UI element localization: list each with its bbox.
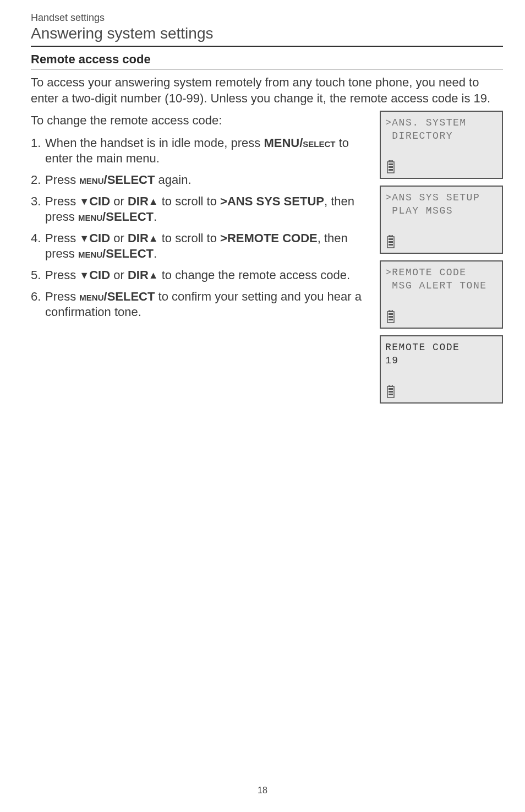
cid-label: CID bbox=[89, 194, 110, 208]
step-text: . bbox=[154, 247, 157, 260]
step-text: Press bbox=[45, 231, 79, 245]
step-text: or bbox=[110, 268, 128, 282]
lead-paragraph: To change the remote access code: bbox=[31, 113, 368, 129]
step-5: 5. Press ▼CID or DIR▲ to change the remo… bbox=[31, 268, 368, 284]
up-triangle-icon: ▲ bbox=[149, 270, 158, 281]
lcd-screen-3: >REMOTE CODE MSG ALERT TONE bbox=[380, 260, 503, 329]
step-text: Press bbox=[45, 173, 79, 187]
svg-rect-7 bbox=[389, 238, 393, 240]
content-row: To change the remote access code: 1. Whe… bbox=[31, 113, 503, 410]
step-number: 4. bbox=[31, 231, 41, 247]
battery-icon bbox=[386, 160, 395, 173]
lcd-line: DIRECTORY bbox=[385, 129, 497, 143]
battery-icon bbox=[386, 235, 395, 248]
dir-label: DIR bbox=[128, 231, 149, 245]
lcd-line: >REMOTE CODE bbox=[385, 266, 497, 279]
step-1: 1. When the handset is in idle mode, pre… bbox=[31, 135, 368, 167]
cid-label: CID bbox=[89, 268, 110, 282]
svg-rect-18 bbox=[389, 391, 393, 393]
menu-label: menu bbox=[79, 290, 103, 303]
lcd-line: 19 bbox=[385, 354, 497, 367]
lcd-line: >ANS SYS SETUP bbox=[385, 191, 497, 204]
lcd-line: REMOTE CODE bbox=[385, 341, 497, 354]
step-number: 3. bbox=[31, 194, 41, 210]
step-3: 3. Press ▼CID or DIR▲ to scroll to >ANS … bbox=[31, 194, 368, 225]
svg-rect-9 bbox=[389, 244, 393, 246]
step-text: Press bbox=[45, 194, 79, 208]
step-text: to scroll to bbox=[158, 194, 220, 208]
page-number: 18 bbox=[0, 786, 525, 795]
step-4: 4. Press ▼CID or DIR▲ to scroll to >REMO… bbox=[31, 231, 368, 262]
lcd-line: PLAY MSGS bbox=[385, 204, 497, 217]
step-text: . bbox=[154, 210, 157, 224]
steps-list: 1. When the handset is in idle mode, pre… bbox=[31, 135, 368, 320]
step-6: 6. Press menu/SELECT to confirm your set… bbox=[31, 289, 368, 320]
menu-label: menu bbox=[78, 247, 102, 260]
svg-rect-14 bbox=[389, 319, 393, 320]
step-number: 5. bbox=[31, 268, 41, 284]
header-small: Handset settings bbox=[31, 12, 503, 24]
select-label: /SELECT bbox=[102, 210, 154, 224]
intro-paragraph: To access your answering system remotely… bbox=[31, 75, 503, 106]
screens-column: >ANS. SYSTEM DIRECTORY >ANS SYS SETUP PL… bbox=[380, 111, 503, 410]
header-large: Answering system settings bbox=[31, 25, 503, 42]
select-label: select bbox=[303, 136, 335, 150]
svg-rect-19 bbox=[389, 394, 393, 395]
step-text: or bbox=[110, 231, 128, 245]
dir-label: DIR bbox=[128, 268, 149, 282]
select-label: /SELECT bbox=[102, 247, 154, 260]
down-triangle-icon: ▼ bbox=[79, 233, 89, 244]
svg-rect-12 bbox=[389, 313, 393, 315]
lcd-screen-2: >ANS SYS SETUP PLAY MSGS bbox=[380, 186, 503, 254]
step-number: 6. bbox=[31, 289, 41, 305]
section-rule bbox=[31, 69, 503, 69]
step-text: to change the remote access code. bbox=[158, 268, 351, 282]
battery-icon bbox=[386, 385, 395, 398]
dir-label: DIR bbox=[128, 194, 149, 208]
lcd-line: MSG ALERT TONE bbox=[385, 279, 497, 292]
lcd-screen-4: REMOTE CODE 19 bbox=[380, 335, 503, 404]
svg-rect-13 bbox=[389, 316, 393, 318]
svg-rect-3 bbox=[389, 166, 393, 168]
step-text: Press bbox=[45, 290, 79, 303]
cid-label: CID bbox=[89, 231, 110, 245]
step-number: 2. bbox=[31, 172, 41, 188]
up-triangle-icon: ▲ bbox=[149, 233, 158, 244]
select-label: /SELECT bbox=[104, 173, 155, 187]
step-text: Press bbox=[45, 268, 79, 282]
svg-rect-2 bbox=[389, 164, 393, 165]
svg-rect-17 bbox=[389, 388, 393, 390]
down-triangle-icon: ▼ bbox=[79, 270, 89, 281]
select-label: /SELECT bbox=[104, 290, 155, 303]
header-rule bbox=[31, 46, 503, 47]
menu-label: menu bbox=[79, 173, 103, 187]
target-label: >REMOTE CODE bbox=[220, 231, 318, 245]
menu-label: MENU/ bbox=[264, 136, 303, 150]
lcd-screen-1: >ANS. SYSTEM DIRECTORY bbox=[380, 111, 503, 179]
step-number: 1. bbox=[31, 135, 41, 151]
step-text: again. bbox=[155, 173, 191, 187]
section-title: Remote access code bbox=[31, 52, 503, 67]
step-text: to scroll to bbox=[158, 231, 220, 245]
svg-rect-4 bbox=[389, 169, 393, 171]
svg-rect-8 bbox=[389, 241, 393, 243]
text-column: To change the remote access code: 1. Whe… bbox=[31, 113, 368, 326]
up-triangle-icon: ▲ bbox=[149, 196, 158, 207]
step-text: or bbox=[110, 194, 128, 208]
target-label: >ANS SYS SETUP bbox=[220, 194, 324, 208]
menu-label: menu bbox=[78, 210, 102, 224]
step-2: 2. Press menu/SELECT again. bbox=[31, 172, 368, 188]
lcd-line: >ANS. SYSTEM bbox=[385, 116, 497, 129]
step-text: When the handset is in idle mode, press bbox=[45, 136, 264, 150]
down-triangle-icon: ▼ bbox=[79, 196, 89, 207]
battery-icon bbox=[386, 310, 395, 323]
